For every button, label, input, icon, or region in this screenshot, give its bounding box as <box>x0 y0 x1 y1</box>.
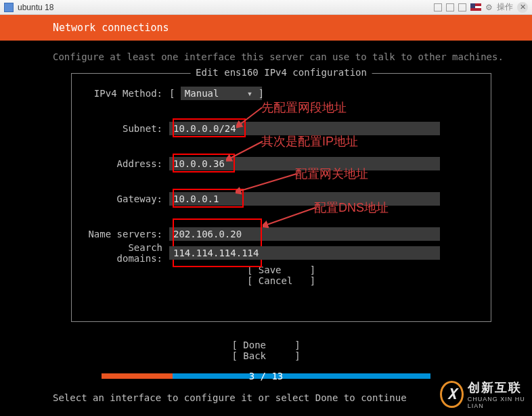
watermark-logo: 创新互联 CHUANG XIN HU LIAN <box>437 375 532 413</box>
label-address: Address: <box>81 158 169 169</box>
done-button[interactable]: [ Done ] <box>231 340 300 350</box>
label-ipv4-method: IPv4 Method: <box>81 88 169 99</box>
label-gateway: Gateway: <box>81 193 169 204</box>
vm-titlebar: ubuntu 18 ⚙ 操作 ✕ <box>0 0 532 15</box>
progress-fill <box>102 373 173 379</box>
page-title: Network connections <box>53 22 169 34</box>
page-header: Network connections <box>0 15 532 41</box>
dialog-buttons: [ Save ] [ Cancel ] <box>81 264 481 286</box>
back-button[interactable]: [ Back ] <box>231 350 300 361</box>
gateway-input[interactable] <box>169 192 440 206</box>
view-icon-3[interactable] <box>458 3 466 11</box>
vm-app-icon <box>4 3 14 12</box>
terminal-area: Network connections Configure at least o… <box>0 15 532 416</box>
vm-title: ubuntu 18 <box>18 3 53 12</box>
label-subnet: Subnet: <box>81 123 169 134</box>
watermark-cn: 创新互联 <box>468 379 532 396</box>
svg-line-3 <box>265 208 315 225</box>
watermark-en: CHUANG XIN HU LIAN <box>468 396 532 409</box>
row-ipv4-method: IPv4 Method: [ Manual▾ ] <box>81 86 481 101</box>
label-search-domains: Search domains: <box>81 242 169 264</box>
nav-buttons: [ Done ] [ Back ] <box>0 340 532 361</box>
close-icon[interactable]: ✕ <box>517 2 528 13</box>
search-domains-input[interactable] <box>169 246 440 260</box>
row-address: Address: <box>81 156 481 171</box>
view-icon-2[interactable] <box>446 3 454 11</box>
chevron-down-icon: ▾ <box>247 88 252 99</box>
gear-icon[interactable]: ⚙ <box>485 3 493 12</box>
row-search-domains: Search domains: <box>81 246 481 260</box>
row-nameservers: Name servers: <box>81 227 481 241</box>
ipv4-method-dropdown[interactable]: [ Manual▾ ] <box>169 87 264 100</box>
view-icon-1[interactable] <box>434 3 442 11</box>
save-button[interactable]: [ Save ] <box>247 264 315 275</box>
flag-us-icon[interactable] <box>470 3 481 11</box>
cancel-button[interactable]: [ Cancel ] <box>247 275 315 286</box>
config-dialog-title: Edit ens160 IPv4 configuration <box>190 67 372 78</box>
action-label[interactable]: 操作 <box>497 1 513 13</box>
label-nameservers: Name servers: <box>81 229 169 239</box>
progress-label: 3 / 13 <box>249 371 284 382</box>
watermark-icon <box>440 381 464 408</box>
annotation-subnet: 先配置网段地址 <box>261 99 347 116</box>
svg-line-2 <box>238 174 296 191</box>
annotation-gateway: 配置网关地址 <box>295 166 368 182</box>
annotation-address: 其次是配置IP地址 <box>261 133 358 149</box>
annotation-dns: 配置DNS地址 <box>314 200 389 216</box>
nameservers-input[interactable] <box>169 227 440 241</box>
row-gateway: Gateway: <box>81 191 481 206</box>
config-dialog: Edit ens160 IPv4 configuration IPv4 Meth… <box>71 73 491 322</box>
